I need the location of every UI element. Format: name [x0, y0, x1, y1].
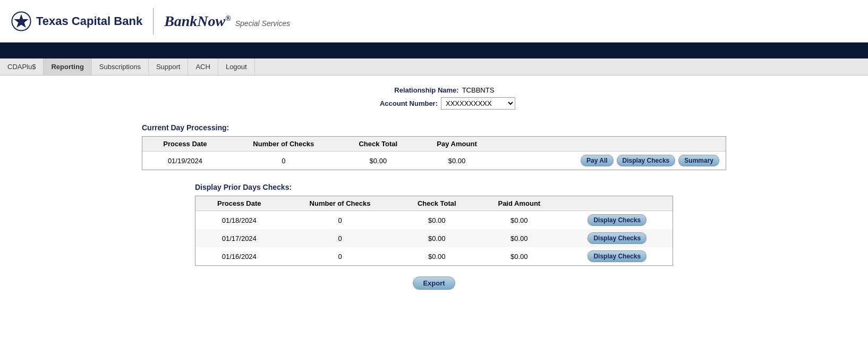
table-row: 01/16/2024 0 $0.00 $0.00 Display Checks: [195, 247, 673, 265]
prior-days-table: Process Date Number of Checks Check Tota…: [195, 196, 673, 265]
current-day-table: Process Date Number of Checks Check Tota…: [142, 137, 726, 170]
prior-process-date: 01/18/2024: [195, 211, 283, 230]
table-row: 01/17/2024 0 $0.00 $0.00 Display Checks: [195, 229, 673, 247]
account-select[interactable]: XXXXXXXXXX: [441, 97, 515, 110]
prior-check-total: $0.00: [397, 211, 476, 230]
prior-col-process-date: Process Date: [195, 196, 283, 211]
prior-num-checks: 0: [283, 211, 397, 230]
logo-section: Texas Capital Bank: [11, 11, 142, 32]
main-content: Relationship Name: TCBBNTS Account Numbe…: [0, 76, 868, 300]
prior-actions: Display Checks: [562, 211, 673, 230]
table-row: 01/19/2024 0 $0.00 $0.00 Pay All Display…: [142, 152, 726, 170]
col-pay-amount: Pay Amount: [417, 137, 497, 152]
prior-col-paid-amount: Paid Amount: [476, 196, 561, 211]
account-label: Account Number:: [353, 99, 438, 107]
table-row: 01/18/2024 0 $0.00 $0.00 Display Checks: [195, 211, 673, 230]
current-day-table-container: Process Date Number of Checks Check Tota…: [142, 136, 726, 170]
nav-item-support[interactable]: Support: [149, 58, 189, 75]
prior-process-date: 01/16/2024: [195, 247, 283, 265]
account-row: Account Number: XXXXXXXXXX: [353, 97, 515, 110]
current-num-checks: 0: [228, 152, 339, 170]
prior-col-check-total: Check Total: [397, 196, 476, 211]
current-day-section: Current Day Processing: Process Date Num…: [142, 123, 726, 170]
export-row: Export: [21, 276, 847, 290]
prior-paid-amount: $0.00: [476, 247, 561, 265]
header-divider: [153, 8, 154, 35]
summary-button[interactable]: Summary: [678, 155, 719, 166]
display-checks-button[interactable]: Display Checks: [617, 155, 676, 166]
col-actions: [497, 137, 726, 152]
svg-marker-1: [14, 14, 28, 28]
current-pay-amount: $0.00: [417, 152, 497, 170]
prior-display-checks-button-0[interactable]: Display Checks: [588, 214, 646, 226]
nav-item-cdaplus[interactable]: CDAPlu$: [0, 58, 44, 75]
current-process-date: 01/19/2024: [142, 152, 228, 170]
current-btn-group: Pay All Display Checks Summary: [503, 155, 719, 166]
nav-item-reporting[interactable]: Reporting: [44, 58, 91, 75]
relationship-label: Relationship Name:: [374, 86, 459, 94]
prior-check-total: $0.00: [397, 247, 476, 265]
prior-num-checks: 0: [283, 247, 397, 265]
prior-days-section: Display Prior Days Checks: Process Date …: [195, 183, 673, 266]
prior-process-date: 01/17/2024: [195, 229, 283, 247]
prior-col-num-checks: Number of Checks: [283, 196, 397, 211]
prior-col-actions: [562, 196, 673, 211]
prior-actions: Display Checks: [562, 229, 673, 247]
banknow-text: BankNow®: [164, 13, 231, 30]
form-section: Relationship Name: TCBBNTS Account Numbe…: [21, 86, 847, 113]
header: Texas Capital Bank BankNow® Special Serv…: [0, 0, 868, 43]
prior-display-checks-button-1[interactable]: Display Checks: [588, 232, 646, 244]
prior-paid-amount: $0.00: [476, 211, 561, 230]
col-num-checks: Number of Checks: [228, 137, 339, 152]
nav-item-ach[interactable]: ACH: [188, 58, 218, 75]
relationship-row: Relationship Name: TCBBNTS: [374, 86, 495, 94]
current-day-heading: Current Day Processing:: [142, 123, 726, 132]
nav-item-logout[interactable]: Logout: [218, 58, 255, 75]
current-check-total: $0.00: [339, 152, 417, 170]
export-button[interactable]: Export: [413, 276, 455, 290]
nav-menu: CDAPlu$ Reporting Subscriptions Support …: [0, 58, 868, 76]
prior-check-total: $0.00: [397, 229, 476, 247]
current-actions: Pay All Display Checks Summary: [497, 152, 726, 170]
prior-num-checks: 0: [283, 229, 397, 247]
prior-days-table-container: Process Date Number of Checks Check Tota…: [195, 196, 673, 266]
pay-all-button[interactable]: Pay All: [581, 155, 614, 166]
relationship-value: TCBBNTS: [462, 86, 495, 94]
prior-paid-amount: $0.00: [476, 229, 561, 247]
banknow-logo: BankNow® Special Services: [164, 13, 290, 30]
star-logo-icon: [11, 11, 32, 32]
bank-name: Texas Capital Bank: [36, 14, 142, 28]
prior-actions: Display Checks: [562, 247, 673, 265]
special-services-text: Special Services: [235, 19, 291, 28]
col-process-date: Process Date: [142, 137, 228, 152]
col-check-total: Check Total: [339, 137, 417, 152]
dark-nav-bar: [0, 43, 868, 58]
prior-display-checks-button-2[interactable]: Display Checks: [588, 250, 646, 262]
prior-days-heading: Display Prior Days Checks:: [195, 183, 673, 191]
nav-item-subscriptions[interactable]: Subscriptions: [92, 58, 149, 75]
